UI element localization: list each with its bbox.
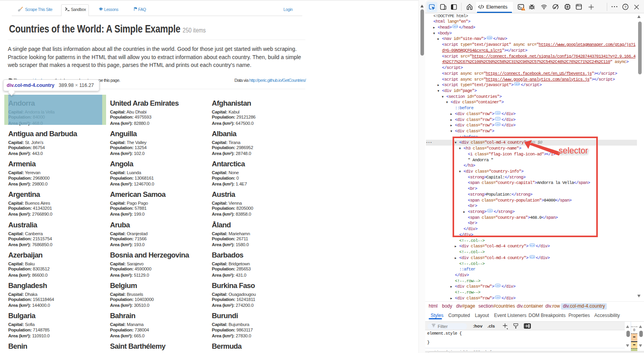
svg-text:?: ? xyxy=(624,5,626,9)
